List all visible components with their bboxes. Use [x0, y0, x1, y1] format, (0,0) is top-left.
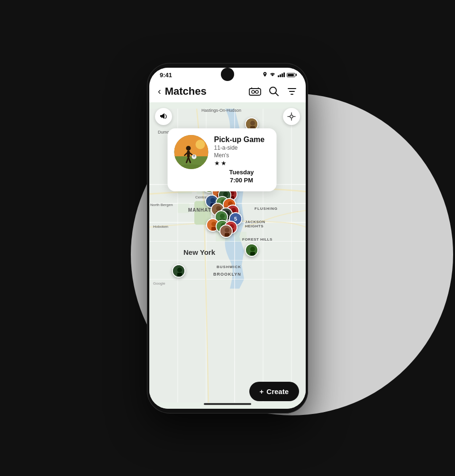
- create-label: Create: [266, 387, 289, 395]
- signal-icon: [278, 72, 285, 77]
- svg-text:5: 5: [234, 216, 237, 222]
- scene: 9:41: [0, 0, 455, 476]
- page-title: Matches: [165, 85, 207, 98]
- ar-icon[interactable]: [249, 86, 261, 97]
- svg-rect-104: [250, 252, 255, 256]
- top-bar-right: [249, 86, 297, 97]
- phone-frame: 9:41: [147, 63, 308, 413]
- svg-point-32: [196, 140, 205, 149]
- svg-point-22: [290, 115, 293, 118]
- match-stars: ★★: [214, 160, 269, 167]
- search-icon[interactable]: [269, 86, 279, 97]
- filter-icon[interactable]: [287, 86, 297, 97]
- battery-icon: [287, 73, 295, 77]
- map-pin[interactable]: [245, 243, 258, 257]
- location-button[interactable]: [283, 108, 300, 125]
- match-gender: Men's: [214, 152, 269, 160]
- svg-point-41: [250, 121, 255, 126]
- top-bar: ‹ Matches: [149, 81, 306, 102]
- svg-point-2: [255, 90, 258, 93]
- match-format: 11-a-side: [214, 144, 269, 152]
- match-day: Tuesday 7:00 PM: [214, 169, 269, 185]
- svg-rect-19: [178, 203, 190, 213]
- back-button[interactable]: ‹: [158, 86, 161, 97]
- phone-screen: 9:41: [149, 68, 306, 409]
- svg-rect-21: [235, 232, 246, 241]
- svg-rect-107: [177, 273, 182, 277]
- map-background: Hastings-On-Hudson Dumont Bronxville HAR…: [149, 102, 306, 409]
- match-info: Pick-up Game 11-a-side Men's ★★ Tuesday …: [214, 135, 269, 185]
- camera-notch: [221, 68, 234, 81]
- svg-point-33: [186, 146, 191, 151]
- match-title: Pick-up Game: [214, 135, 269, 144]
- plus-icon: +: [260, 387, 264, 395]
- svg-point-77: [216, 206, 221, 211]
- megaphone-button[interactable]: [155, 108, 172, 125]
- map-container[interactable]: Hastings-On-Hudson Dumont Bronxville HAR…: [149, 102, 306, 409]
- location-status-icon: [263, 72, 267, 78]
- match-card[interactable]: Pick-up Game 11-a-side Men's ★★ Tuesday …: [168, 128, 277, 192]
- svg-point-65: [223, 192, 228, 197]
- megaphone-icon: [159, 112, 168, 121]
- svg-point-68: [210, 198, 215, 203]
- status-time: 9:41: [160, 72, 172, 79]
- top-bar-left: ‹ Matches: [158, 85, 207, 98]
- create-button[interactable]: + Create: [249, 382, 299, 401]
- svg-rect-101: [225, 233, 229, 237]
- svg-point-86: [220, 214, 225, 218]
- match-avatar-image: [174, 135, 209, 169]
- phone-wrapper: 9:41: [147, 63, 308, 413]
- home-indicator: [204, 403, 251, 405]
- status-icons: [263, 72, 295, 78]
- svg-point-1: [252, 90, 255, 93]
- wifi-icon: [269, 72, 276, 77]
- map-pin[interactable]: [219, 225, 233, 238]
- svg-rect-34: [187, 151, 190, 157]
- match-avatar: [174, 135, 209, 169]
- map-pin[interactable]: [172, 264, 185, 278]
- svg-point-106: [177, 268, 182, 272]
- svg-point-103: [250, 247, 255, 251]
- svg-point-100: [225, 228, 229, 233]
- crosshair-icon: [287, 112, 296, 121]
